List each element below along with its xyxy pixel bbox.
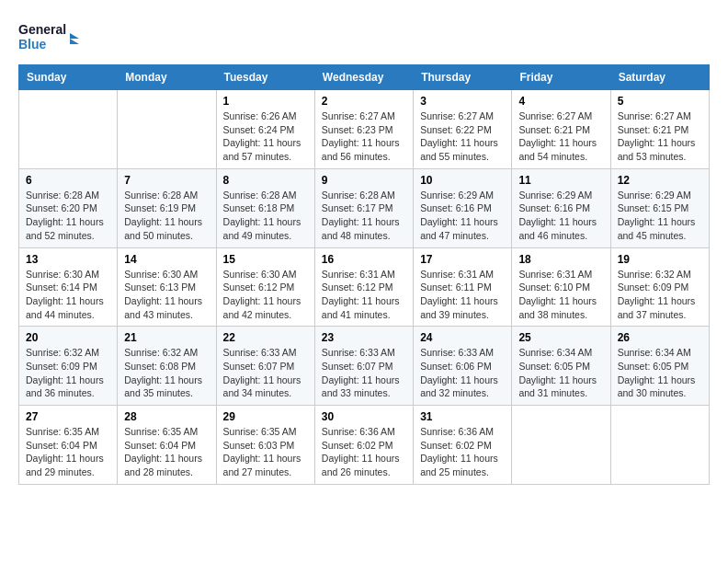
day-number: 7 xyxy=(124,174,209,187)
day-number: 1 xyxy=(223,95,308,108)
day-number: 15 xyxy=(223,253,308,266)
day-number: 10 xyxy=(420,174,505,187)
day-info: Sunrise: 6:34 AM Sunset: 6:05 PM Dayligh… xyxy=(618,346,702,400)
day-number: 19 xyxy=(618,253,702,266)
week-row-1: 1Sunrise: 6:26 AM Sunset: 6:24 PM Daylig… xyxy=(19,90,710,169)
day-cell: 12Sunrise: 6:29 AM Sunset: 6:15 PM Dayli… xyxy=(610,168,709,247)
day-info: Sunrise: 6:27 AM Sunset: 6:23 PM Dayligh… xyxy=(322,109,406,164)
day-cell: 9Sunrise: 6:28 AM Sunset: 6:17 PM Daylig… xyxy=(314,168,413,247)
day-cell: 22Sunrise: 6:33 AM Sunset: 6:07 PM Dayli… xyxy=(216,327,314,406)
day-info: Sunrise: 6:28 AM Sunset: 6:20 PM Dayligh… xyxy=(26,189,110,243)
day-cell: 2Sunrise: 6:27 AM Sunset: 6:23 PM Daylig… xyxy=(314,90,413,169)
day-info: Sunrise: 6:27 AM Sunset: 6:21 PM Dayligh… xyxy=(618,109,702,164)
day-info: Sunrise: 6:34 AM Sunset: 6:05 PM Dayligh… xyxy=(518,346,603,400)
day-info: Sunrise: 6:32 AM Sunset: 6:08 PM Dayligh… xyxy=(124,346,209,400)
day-number: 13 xyxy=(26,253,110,266)
day-cell: 7Sunrise: 6:28 AM Sunset: 6:19 PM Daylig… xyxy=(118,168,216,247)
day-cell: 10Sunrise: 6:29 AM Sunset: 6:16 PM Dayli… xyxy=(414,168,512,247)
day-number: 28 xyxy=(124,410,209,423)
day-info: Sunrise: 6:35 AM Sunset: 6:04 PM Dayligh… xyxy=(124,425,209,479)
day-number: 4 xyxy=(518,95,603,108)
day-info: Sunrise: 6:29 AM Sunset: 6:15 PM Dayligh… xyxy=(618,189,702,243)
day-number: 30 xyxy=(322,410,406,423)
day-cell: 3Sunrise: 6:27 AM Sunset: 6:22 PM Daylig… xyxy=(414,90,512,169)
day-cell xyxy=(19,90,118,169)
day-info: Sunrise: 6:33 AM Sunset: 6:06 PM Dayligh… xyxy=(420,346,505,400)
day-cell: 30Sunrise: 6:36 AM Sunset: 6:02 PM Dayli… xyxy=(314,406,413,485)
day-number: 21 xyxy=(124,331,209,344)
header-cell-monday: Monday xyxy=(118,65,216,90)
day-number: 24 xyxy=(420,331,505,344)
day-number: 5 xyxy=(618,95,702,108)
calendar-body: 1Sunrise: 6:26 AM Sunset: 6:24 PM Daylig… xyxy=(19,90,710,485)
day-cell: 19Sunrise: 6:32 AM Sunset: 6:09 PM Dayli… xyxy=(610,247,709,327)
day-info: Sunrise: 6:26 AM Sunset: 6:24 PM Dayligh… xyxy=(223,109,308,164)
day-cell: 28Sunrise: 6:35 AM Sunset: 6:04 PM Dayli… xyxy=(118,406,216,485)
day-info: Sunrise: 6:33 AM Sunset: 6:07 PM Dayligh… xyxy=(322,346,406,400)
day-number: 11 xyxy=(518,174,603,187)
day-number: 22 xyxy=(223,331,308,344)
calendar-table: SundayMondayTuesdayWednesdayThursdayFrid… xyxy=(18,64,710,485)
day-info: Sunrise: 6:27 AM Sunset: 6:21 PM Dayligh… xyxy=(518,109,603,164)
day-cell: 18Sunrise: 6:31 AM Sunset: 6:10 PM Dayli… xyxy=(512,247,610,327)
day-info: Sunrise: 6:30 AM Sunset: 6:13 PM Dayligh… xyxy=(124,268,209,322)
day-number: 6 xyxy=(26,174,110,187)
day-info: Sunrise: 6:28 AM Sunset: 6:18 PM Dayligh… xyxy=(223,189,308,243)
header-cell-sunday: Sunday xyxy=(19,65,118,90)
day-number: 29 xyxy=(223,410,308,423)
logo-svg: General Blue xyxy=(18,18,83,55)
day-info: Sunrise: 6:32 AM Sunset: 6:09 PM Dayligh… xyxy=(26,346,110,400)
day-cell xyxy=(118,90,216,169)
day-cell: 20Sunrise: 6:32 AM Sunset: 6:09 PM Dayli… xyxy=(19,327,118,406)
day-cell: 17Sunrise: 6:31 AM Sunset: 6:11 PM Dayli… xyxy=(414,247,512,327)
day-number: 25 xyxy=(518,331,603,344)
day-info: Sunrise: 6:30 AM Sunset: 6:14 PM Dayligh… xyxy=(26,268,110,322)
calendar-header: SundayMondayTuesdayWednesdayThursdayFrid… xyxy=(19,65,710,90)
day-cell: 23Sunrise: 6:33 AM Sunset: 6:07 PM Dayli… xyxy=(314,327,413,406)
day-number: 8 xyxy=(223,174,308,187)
day-info: Sunrise: 6:32 AM Sunset: 6:09 PM Dayligh… xyxy=(618,268,702,322)
day-cell: 29Sunrise: 6:35 AM Sunset: 6:03 PM Dayli… xyxy=(216,406,314,485)
day-cell: 31Sunrise: 6:36 AM Sunset: 6:02 PM Dayli… xyxy=(414,406,512,485)
day-number: 31 xyxy=(420,410,505,423)
week-row-2: 6Sunrise: 6:28 AM Sunset: 6:20 PM Daylig… xyxy=(19,168,710,247)
day-cell: 27Sunrise: 6:35 AM Sunset: 6:04 PM Dayli… xyxy=(19,406,118,485)
day-cell: 8Sunrise: 6:28 AM Sunset: 6:18 PM Daylig… xyxy=(216,168,314,247)
day-cell: 21Sunrise: 6:32 AM Sunset: 6:08 PM Dayli… xyxy=(118,327,216,406)
day-cell: 6Sunrise: 6:28 AM Sunset: 6:20 PM Daylig… xyxy=(19,168,118,247)
logo: General Blue xyxy=(18,18,83,55)
day-cell: 25Sunrise: 6:34 AM Sunset: 6:05 PM Dayli… xyxy=(512,327,610,406)
day-number: 12 xyxy=(618,174,702,187)
day-info: Sunrise: 6:35 AM Sunset: 6:04 PM Dayligh… xyxy=(26,425,110,479)
header-cell-tuesday: Tuesday xyxy=(216,65,314,90)
day-info: Sunrise: 6:30 AM Sunset: 6:12 PM Dayligh… xyxy=(223,268,308,322)
day-info: Sunrise: 6:31 AM Sunset: 6:10 PM Dayligh… xyxy=(518,268,603,322)
day-info: Sunrise: 6:28 AM Sunset: 6:19 PM Dayligh… xyxy=(124,189,209,243)
day-cell xyxy=(610,406,709,485)
day-info: Sunrise: 6:29 AM Sunset: 6:16 PM Dayligh… xyxy=(420,189,505,243)
header-cell-thursday: Thursday xyxy=(414,65,512,90)
day-cell: 11Sunrise: 6:29 AM Sunset: 6:16 PM Dayli… xyxy=(512,168,610,247)
week-row-5: 27Sunrise: 6:35 AM Sunset: 6:04 PM Dayli… xyxy=(19,406,710,485)
day-number: 26 xyxy=(618,331,702,344)
day-number: 14 xyxy=(124,253,209,266)
week-row-3: 13Sunrise: 6:30 AM Sunset: 6:14 PM Dayli… xyxy=(19,247,710,327)
day-number: 23 xyxy=(322,331,406,344)
svg-text:Blue: Blue xyxy=(18,37,47,52)
day-number: 3 xyxy=(420,95,505,108)
header-row: SundayMondayTuesdayWednesdayThursdayFrid… xyxy=(19,65,710,90)
header-cell-saturday: Saturday xyxy=(610,65,709,90)
week-row-4: 20Sunrise: 6:32 AM Sunset: 6:09 PM Dayli… xyxy=(19,327,710,406)
header-cell-wednesday: Wednesday xyxy=(314,65,413,90)
day-info: Sunrise: 6:31 AM Sunset: 6:12 PM Dayligh… xyxy=(322,268,406,322)
day-cell: 13Sunrise: 6:30 AM Sunset: 6:14 PM Dayli… xyxy=(19,247,118,327)
day-number: 17 xyxy=(420,253,505,266)
day-cell: 16Sunrise: 6:31 AM Sunset: 6:12 PM Dayli… xyxy=(314,247,413,327)
svg-text:General: General xyxy=(18,22,66,37)
day-cell: 24Sunrise: 6:33 AM Sunset: 6:06 PM Dayli… xyxy=(414,327,512,406)
day-cell: 5Sunrise: 6:27 AM Sunset: 6:21 PM Daylig… xyxy=(610,90,709,169)
day-cell: 26Sunrise: 6:34 AM Sunset: 6:05 PM Dayli… xyxy=(610,327,709,406)
day-cell: 1Sunrise: 6:26 AM Sunset: 6:24 PM Daylig… xyxy=(216,90,314,169)
day-info: Sunrise: 6:36 AM Sunset: 6:02 PM Dayligh… xyxy=(322,425,406,479)
day-number: 18 xyxy=(518,253,603,266)
